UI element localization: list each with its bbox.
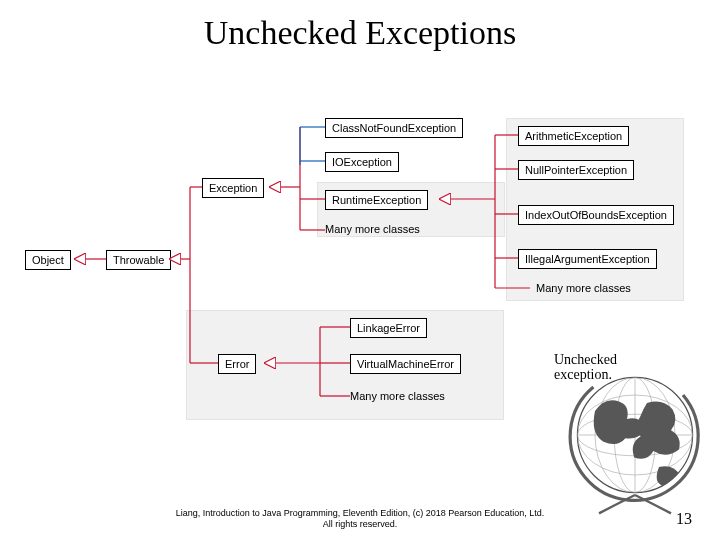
node-error: Error [218,354,256,374]
node-exception: Exception [202,178,264,198]
node-indexoob: IndexOutOfBoundsException [518,205,674,225]
footer: Liang, Introduction to Java Programming,… [0,508,720,530]
node-nullpointer: NullPointerException [518,160,634,180]
slide-title: Unchecked Exceptions [0,14,720,52]
globe-icon [555,355,715,515]
node-more2: Many more classes [536,282,631,294]
node-more3: Many more classes [350,390,445,402]
footer-line1: Liang, Introduction to Java Programming,… [176,508,545,518]
node-illegalarg: IllegalArgumentException [518,249,657,269]
node-more1: Many more classes [325,223,420,235]
footer-line2: All rights reserved. [323,519,398,529]
node-io: IOException [325,152,399,172]
node-arithmetic: ArithmeticException [518,126,629,146]
node-object: Object [25,250,71,270]
page-number: 13 [676,510,692,528]
node-classnotfound: ClassNotFoundException [325,118,463,138]
node-linkage: LinkageError [350,318,427,338]
node-throwable: Throwable [106,250,171,270]
node-vm: VirtualMachineError [350,354,461,374]
node-runtime: RuntimeException [325,190,428,210]
